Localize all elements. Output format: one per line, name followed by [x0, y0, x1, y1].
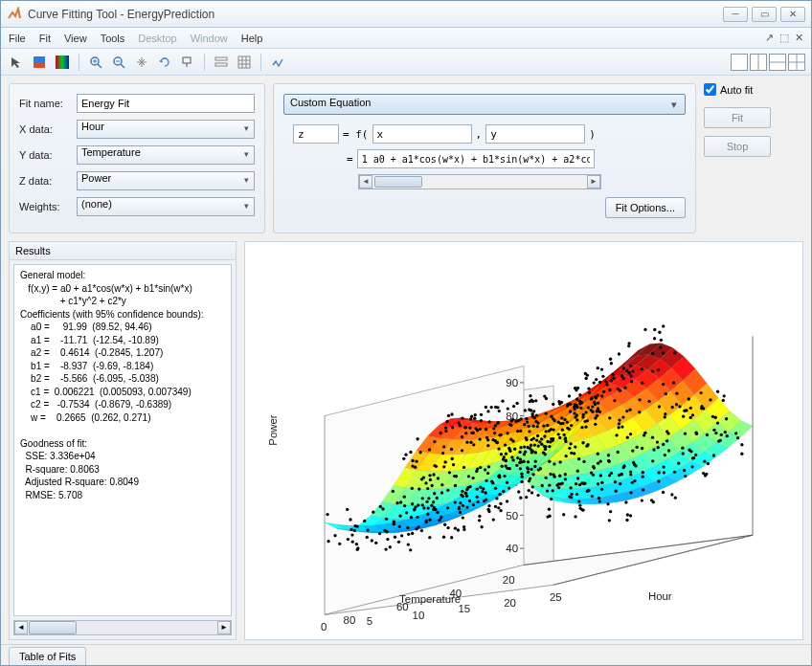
svg-text:40: 40	[506, 543, 518, 554]
svg-point-970	[560, 416, 563, 419]
fit-button[interactable]: Fit	[704, 107, 771, 128]
datatip-icon[interactable]	[178, 53, 197, 72]
equation-body-input[interactable]	[357, 149, 595, 168]
svg-point-520	[583, 482, 586, 485]
svg-point-407	[622, 366, 625, 369]
plot-canvas: 405060708090Power20406080Temperature0510…	[245, 242, 802, 639]
equation-type-select[interactable]: Custom Equation	[283, 94, 686, 115]
svg-point-735	[736, 436, 739, 439]
stop-button[interactable]: Stop	[704, 136, 771, 157]
menu-tools[interactable]: Tools	[101, 33, 125, 44]
weights-select[interactable]: (none)	[77, 197, 255, 216]
svg-point-561	[579, 507, 582, 510]
zoom-out-icon[interactable]	[109, 53, 128, 72]
residuals-icon[interactable]	[268, 53, 287, 72]
svg-point-832	[459, 424, 462, 427]
menu-view[interactable]: View	[64, 33, 87, 44]
svg-point-833	[490, 480, 493, 483]
svg-point-628	[659, 345, 662, 348]
surface-plot[interactable]: 405060708090Power20406080Temperature0510…	[244, 241, 803, 640]
svg-point-800	[720, 433, 723, 436]
menu-desktop[interactable]: Desktop	[138, 33, 176, 44]
ydata-select[interactable]: Temperature	[77, 145, 255, 165]
pointer-icon[interactable]	[7, 53, 26, 72]
svg-point-1001	[471, 477, 474, 479]
menu-window[interactable]: Window	[191, 33, 228, 44]
svg-point-929	[492, 427, 495, 430]
svg-point-695	[569, 410, 572, 412]
results-scrollbar[interactable]: ◄ ►	[13, 620, 232, 635]
yvar-input[interactable]	[485, 124, 585, 144]
svg-point-942	[599, 459, 602, 462]
svg-point-687	[591, 405, 594, 408]
svg-point-505	[442, 445, 445, 448]
svg-point-440	[351, 540, 354, 543]
svg-point-1017	[576, 477, 579, 479]
scroll-thumb[interactable]	[29, 621, 77, 634]
svg-point-549	[548, 508, 551, 511]
pan-icon[interactable]	[132, 53, 151, 72]
svg-point-753	[474, 413, 477, 416]
svg-point-956	[593, 466, 596, 469]
close-button[interactable]: ✕	[780, 7, 805, 22]
legend-icon[interactable]	[212, 53, 231, 72]
layout-2-icon[interactable]	[750, 54, 767, 71]
svg-point-590	[482, 487, 485, 490]
zdata-select[interactable]: Power	[77, 171, 255, 190]
svg-point-1056	[486, 472, 489, 475]
layout-1-icon[interactable]	[731, 54, 748, 71]
svg-point-1037	[575, 398, 578, 401]
dock-close-icon[interactable]: ✕	[795, 32, 803, 44]
autofit-checkbox[interactable]	[704, 83, 716, 96]
menu-help[interactable]: Help	[241, 33, 263, 44]
dock-arrow-icon[interactable]: ↗	[765, 32, 774, 44]
results-title: Results	[10, 242, 236, 260]
fit-control-panel: Auto fit Fit Stop	[704, 83, 803, 233]
equation-scrollbar[interactable]: ◄ ►	[358, 174, 601, 189]
svg-point-531	[597, 453, 599, 455]
zoom-in-icon[interactable]	[86, 53, 105, 72]
svg-point-780	[574, 445, 576, 448]
rotate-icon[interactable]	[155, 53, 174, 72]
scroll-right-icon[interactable]: ►	[587, 175, 600, 189]
svg-point-993	[712, 429, 715, 432]
svg-point-441	[664, 454, 666, 456]
scroll-right-icon[interactable]: ►	[217, 621, 231, 634]
surface-icon[interactable]	[30, 53, 49, 72]
dock-restore-icon[interactable]: ⬚	[779, 32, 789, 44]
svg-point-1063	[399, 500, 402, 503]
svg-point-940	[534, 451, 537, 454]
xdata-select[interactable]: Hour	[77, 120, 255, 139]
svg-rect-14	[238, 56, 250, 68]
weights-label: Weights:	[19, 201, 77, 212]
menu-fit[interactable]: Fit	[39, 33, 51, 44]
layout-4-icon[interactable]	[788, 54, 805, 71]
maximize-button[interactable]: ▭	[752, 7, 777, 22]
scroll-thumb[interactable]	[374, 176, 422, 188]
svg-point-803	[666, 432, 669, 434]
svg-point-899	[430, 504, 433, 507]
svg-point-1064	[469, 417, 472, 420]
svg-point-749	[629, 514, 632, 517]
svg-point-980	[591, 495, 594, 498]
menu-file[interactable]: File	[9, 33, 26, 44]
colormap-icon[interactable]	[53, 53, 72, 72]
svg-point-1060	[594, 416, 597, 419]
xvar-input[interactable]	[372, 124, 472, 144]
svg-point-484	[690, 465, 693, 468]
fitname-input[interactable]	[77, 94, 255, 113]
svg-point-822	[480, 419, 483, 422]
minimize-button[interactable]: ─	[723, 7, 748, 22]
svg-point-961	[509, 438, 512, 441]
scroll-left-icon[interactable]: ◄	[359, 175, 372, 189]
svg-point-779	[674, 497, 677, 500]
zvar-input[interactable]	[293, 124, 339, 144]
svg-point-527	[389, 545, 392, 548]
layout-3-icon[interactable]	[769, 54, 786, 71]
svg-point-1053	[670, 493, 673, 496]
svg-point-666	[462, 466, 465, 469]
scroll-left-icon[interactable]: ◄	[14, 621, 28, 634]
tab-table-of-fits[interactable]: Table of Fits	[9, 647, 86, 665]
fit-options-button[interactable]: Fit Options...	[605, 197, 686, 218]
grid-icon[interactable]	[235, 53, 254, 72]
